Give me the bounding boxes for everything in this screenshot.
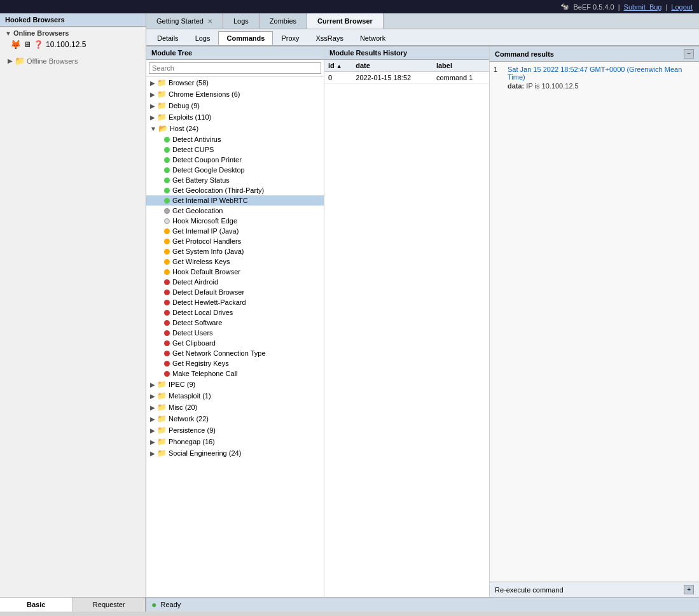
folder-browser: 📁 [157,78,167,87]
tab-requester[interactable]: Requester [73,598,146,612]
host-item-detect-google-desktop[interactable]: Detect Google Desktop [146,165,324,175]
search-input[interactable] [149,62,321,74]
subtab-xssrays[interactable]: XssRays [308,31,352,45]
host-item-detect-hewlett-packard[interactable]: Detect Hewlett-Packard [146,297,324,307]
category-persistence[interactable]: ▶ 📁 Persistence (9) [146,424,324,436]
dot-geoloc [164,208,170,214]
module-results-panel: Module Results History id date label [324,46,490,597]
triangle-icon: ▼ [5,30,11,37]
status-text: Ready [160,601,181,608]
host-item-detect-cups[interactable]: Detect CUPS [146,144,324,155]
triangle-chrome: ▶ [150,91,155,98]
result-date: 2022-01-15 18:52 [352,72,433,84]
beef-version: BeEF 0.5.4.0 [573,3,614,11]
dot-default-browser [164,290,170,295]
category-debug[interactable]: ▶ 📁 Debug (9) [146,100,324,111]
host-item-hook-default-browser[interactable]: Hook Default Browser [146,267,324,277]
dot-detect-coupon [164,157,170,163]
result-label: command 1 [433,72,489,84]
host-item-hook-microsoft-edge[interactable]: Hook Microsoft Edge [146,216,324,226]
col-date[interactable]: date [352,60,433,72]
triangle-ipec: ▶ [150,381,155,388]
topbar: 🐄 BeEF 0.5.4.0 | Submit_Bug | Logout [0,0,699,13]
subtab-commands[interactable]: Commands [218,31,273,45]
category-exploits[interactable]: ▶ 📁 Exploits (110) [146,111,324,123]
panel-area: Module Tree ▶ 📁 Browser (58) ▶ 📁 [146,46,699,597]
module-results-header: Module Results History [324,46,489,60]
online-browsers-toggle[interactable]: ▼ Online Browsers [3,28,143,38]
tab-basic[interactable]: Basic [0,598,73,612]
tab-current-browser[interactable]: Current Browser [307,13,384,29]
category-chrome[interactable]: ▶ 📁 Chrome Extensions (6) [146,88,324,100]
command-result-entry: 1 Sat Jan 15 2022 18:52:47 GMT+0000 (Gre… [494,66,695,90]
tab-getting-started[interactable]: Getting Started ✕ [146,13,223,29]
category-misc[interactable]: ▶ 📁 Misc (20) [146,402,324,413]
folder-chrome: 📁 [157,90,167,99]
triangle-persistence: ▶ [150,427,155,434]
dot-detect-antivirus [164,137,170,143]
host-item-get-clipboard[interactable]: Get Clipboard [146,338,324,348]
command-results-header: Command results − [490,46,699,62]
col-id[interactable]: id [324,60,352,72]
host-item-detect-coupon-printer[interactable]: Detect Coupon Printer [146,155,324,165]
host-item-get-system-info-java[interactable]: Get System Info (Java) [146,246,324,256]
category-ipec[interactable]: ▶ 📁 IPEC (9) [146,379,324,390]
folder-offline: 📁 [15,56,25,66]
host-item-get-protocol-handlers[interactable]: Get Protocol Handlers [146,236,324,246]
host-item-get-internal-ip-webrtc[interactable]: Get Internal IP WebRTC [146,195,324,206]
category-social-eng[interactable]: ▶ 📁 Social Engineering (24) [146,447,324,459]
triangle-exploits: ▶ [150,114,155,121]
offline-browsers-toggle[interactable]: ▶ 📁 Offline Browsers [5,55,141,67]
folder-phonegap: 📁 [157,437,167,446]
host-item-detect-users[interactable]: Detect Users [146,328,324,338]
tab-zombies[interactable]: Zombies [260,13,307,29]
subtab-network[interactable]: Network [352,31,394,45]
collapse-button[interactable]: − [684,49,694,59]
host-item-get-registry-keys[interactable]: Get Registry Keys [146,358,324,368]
host-item-make-telephone-call[interactable]: Make Telephone Call [146,368,324,379]
status-dot: ● [151,599,156,610]
module-tree-search-area [146,60,324,77]
triangle-social: ▶ [150,450,155,457]
host-item-detect-airdroid[interactable]: Detect Airdroid [146,277,324,287]
browser-ip[interactable]: 10.100.12.5 [46,40,86,49]
dot-users [164,330,170,336]
results-table: id date label 0 2022-01-15 18:52 command… [324,60,489,84]
host-item-get-wireless-keys[interactable]: Get Wireless Keys [146,256,324,267]
host-item-detect-software[interactable]: Detect Software [146,318,324,328]
category-metasploit[interactable]: ▶ 📁 Metasploit (1) [146,390,324,402]
host-item-detect-antivirus[interactable]: Detect Antivirus [146,134,324,144]
logout-link[interactable]: Logout [671,3,693,11]
main-tab-bar: Getting Started ✕ Logs Zombies Current B… [146,13,699,29]
cmd-result-data: data: IP is 10.100.12.5 [508,82,695,90]
dot-airdroid [164,279,170,285]
category-phonegap[interactable]: ▶ 📁 Phonegap (16) [146,436,324,447]
submit-bug-link[interactable]: Submit_Bug [624,3,662,11]
host-item-get-battery-status[interactable]: Get Battery Status [146,175,324,185]
folder-misc: 📁 [157,403,167,412]
host-item-detect-default-browser[interactable]: Detect Default Browser [146,287,324,297]
dot-detect-cups [164,147,170,153]
firefox-icon: 🦊 [10,39,21,50]
category-network[interactable]: ▶ 📁 Network (22) [146,413,324,424]
host-item-get-internal-ip-java[interactable]: Get Internal IP (Java) [146,226,324,236]
sidebar: Hooked Browsers ▼ Online Browsers 🦊 🖥 ❓ … [0,13,146,612]
host-item-get-network-connection-type[interactable]: Get Network Connection Type [146,348,324,358]
host-item-get-geolocation-thirdparty[interactable]: Get Geolocation (Third-Party) [146,185,324,195]
subtab-proxy[interactable]: Proxy [273,31,307,45]
col-label[interactable]: label [433,60,489,72]
host-item-get-geolocation[interactable]: Get Geolocation [146,206,324,216]
table-row[interactable]: 0 2022-01-15 18:52 command 1 [324,72,489,84]
category-host[interactable]: ▼ 📂 Host (24) [146,123,324,134]
browser-item[interactable]: 🦊 🖥 ❓ 10.100.12.5 [3,38,143,51]
dot-clipboard [164,340,170,346]
host-item-detect-local-drives[interactable]: Detect Local Drives [146,307,324,318]
expand-button[interactable]: + [684,585,694,594]
command-results-content: 1 Sat Jan 15 2022 18:52:47 GMT+0000 (Gre… [490,62,699,582]
category-browser[interactable]: ▶ 📁 Browser (58) [146,77,324,88]
subtab-details[interactable]: Details [149,31,187,45]
tab-logs[interactable]: Logs [223,13,260,29]
tab-close-getting-started[interactable]: ✕ [207,18,212,25]
subtab-logs[interactable]: Logs [187,31,219,45]
subtab-bar: Details Logs Commands Proxy XssRays Netw… [146,29,699,46]
